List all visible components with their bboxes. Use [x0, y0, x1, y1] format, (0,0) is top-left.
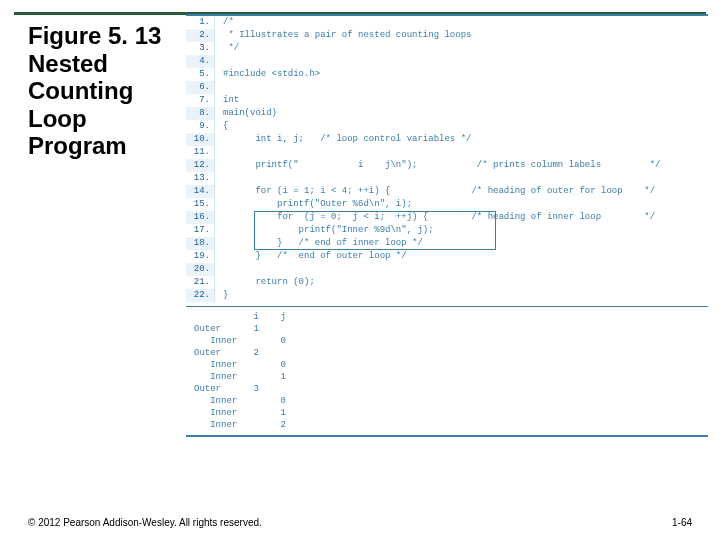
code-line: 14. for (i = 1; i < 4; ++i) { /* heading… [186, 185, 708, 198]
code-line: 16. for (j = 0; j < i; ++j) { /* heading… [186, 211, 708, 224]
copyright-footer: © 2012 Pearson Addison-Wesley. All right… [28, 517, 692, 528]
line-number: 21. [186, 276, 215, 289]
code-line: 8.main(void) [186, 107, 708, 120]
code-line: 19. } /* end of outer loop */ [186, 250, 708, 263]
line-number: 15. [186, 198, 215, 211]
line-number: 10. [186, 133, 215, 146]
code-line: 1./* [186, 16, 708, 29]
line-number: 5. [186, 68, 215, 81]
line-number: 6. [186, 81, 215, 94]
line-number: 14. [186, 185, 215, 198]
code-line: 17. printf("Inner %9d\n", j); [186, 224, 708, 237]
code-line: 6. [186, 81, 708, 94]
slide-number: 1-64 [672, 517, 692, 528]
line-number: 11. [186, 146, 215, 159]
code-line: 5.#include <stdio.h> [186, 68, 708, 81]
code-line: 21. return (0); [186, 276, 708, 289]
line-number: 9. [186, 120, 215, 133]
line-number: 2. [186, 29, 215, 42]
figure-title: Figure 5. 13 Nested Counting Loop Progra… [28, 22, 178, 160]
code-listing: 1./*2. * Illustrates a pair of nested co… [186, 14, 708, 437]
code-line: 7.int [186, 94, 708, 107]
code-line: 11. [186, 146, 708, 159]
code-line: 20. [186, 263, 708, 276]
code-line: 4. [186, 55, 708, 68]
code-line: 18. } /* end of inner loop */ [186, 237, 708, 250]
line-number: 22. [186, 289, 215, 302]
line-number: 12. [186, 159, 215, 172]
code-line: 3. */ [186, 42, 708, 55]
line-number: 13. [186, 172, 215, 185]
line-number: 19. [186, 250, 215, 263]
code-line: 9.{ [186, 120, 708, 133]
code-line: 22.} [186, 289, 708, 302]
output-separator [186, 306, 708, 307]
code-line: 2. * Illustrates a pair of nested counti… [186, 29, 708, 42]
line-number: 7. [186, 94, 215, 107]
line-number: 16. [186, 211, 215, 224]
line-number: 8. [186, 107, 215, 120]
line-number: 18. [186, 237, 215, 250]
code-line: 10. int i, j; /* loop control variables … [186, 133, 708, 146]
line-number: 20. [186, 263, 215, 276]
code-line: 12. printf(" i j\n"); /* prints column l… [186, 159, 708, 172]
output-end-rule [186, 435, 708, 437]
program-output: i j Outer 1 Inner 0 Outer 2 Inner 0 Inne… [194, 311, 708, 431]
line-number: 3. [186, 42, 215, 55]
line-number: 1. [186, 16, 215, 29]
code-line: 15. printf("Outer %6d\n", i); [186, 198, 708, 211]
code-line: 13. [186, 172, 708, 185]
line-number: 4. [186, 55, 215, 68]
line-number: 17. [186, 224, 215, 237]
